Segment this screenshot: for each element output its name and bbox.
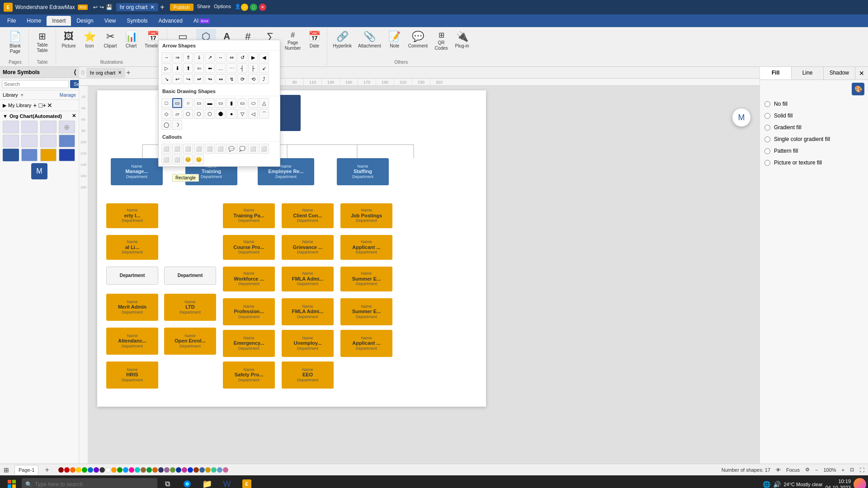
basic-rounded[interactable]: ▭ xyxy=(194,98,204,108)
color-darkblue[interactable] xyxy=(176,467,181,473)
l2-profession[interactable]: Name Profession... Department xyxy=(223,298,275,325)
basic-rect-3[interactable]: ▭ xyxy=(216,98,226,108)
fit-page-button[interactable]: ⊡ xyxy=(850,467,854,473)
arrow-shape-20[interactable]: ↙ xyxy=(259,63,269,73)
user-avatar[interactable] xyxy=(854,478,866,488)
shape-thumb-12[interactable] xyxy=(59,149,75,161)
arrow-shape-21[interactable]: ↘ xyxy=(161,74,171,84)
settings-icon[interactable]: ⚙ xyxy=(805,467,810,473)
basic-rect-1[interactable]: □ xyxy=(161,98,171,108)
solid-fill-option[interactable]: Solid fill xyxy=(760,110,868,122)
taskbar-time[interactable]: 10:19 04-10-2023 xyxy=(826,478,851,488)
gradient-fill-option[interactable]: Gradient fill xyxy=(760,122,868,133)
pattern-fill-radio[interactable] xyxy=(764,148,770,154)
color-darkred[interactable] xyxy=(58,467,64,473)
l2-unemploy[interactable]: Name FMLA Admi... Department xyxy=(282,298,334,325)
l2-merit[interactable]: Name Merit Admin Department xyxy=(106,294,158,321)
arrow-shape-27[interactable]: ↯ xyxy=(226,74,236,84)
new-tab-button[interactable]: + xyxy=(160,3,164,11)
right-panel-close[interactable]: ✕ xyxy=(855,67,868,80)
arrow-shape-4[interactable]: ⇓ xyxy=(194,52,204,62)
basic-triangle2[interactable]: ▽ xyxy=(237,109,247,119)
tab-view[interactable]: View xyxy=(99,16,122,26)
color-rose[interactable] xyxy=(223,467,228,473)
shape-thumb-2[interactable] xyxy=(21,121,38,133)
color-yellow[interactable] xyxy=(76,467,81,473)
canvas-paper[interactable]: Name tor of Human Resources Department N… xyxy=(97,90,486,407)
arrow-shape-11[interactable]: ▷ xyxy=(161,63,171,73)
options-button[interactable]: Options xyxy=(214,4,231,11)
callout-5[interactable]: ⬜ xyxy=(205,144,215,154)
color-gold[interactable] xyxy=(205,467,211,473)
l2-applicant3[interactable]: Name Applicant ... Department xyxy=(340,330,392,357)
l2-grievance[interactable]: Name Grievance ... Department xyxy=(282,235,334,260)
delete-library-button[interactable]: ✕ xyxy=(47,102,52,109)
callout-10[interactable]: ⬜ xyxy=(259,144,269,154)
callout-4[interactable]: ⬜ xyxy=(194,144,204,154)
chart-button[interactable]: 📊 Chart xyxy=(121,29,141,51)
basic-triangle3[interactable]: ◁ xyxy=(248,109,258,119)
callout-9[interactable]: ⬜ xyxy=(248,144,258,154)
canvas-action-button[interactable]: M xyxy=(732,108,750,127)
tab-design[interactable]: Design xyxy=(71,16,99,26)
zoom-in-button[interactable]: + xyxy=(842,467,844,473)
arrow-shape-23[interactable]: ↪ xyxy=(183,74,193,84)
file-tab-close[interactable]: ✕ xyxy=(150,4,155,10)
basic-rect-2[interactable]: ▭ xyxy=(172,98,182,108)
plugin-button[interactable]: 🔌 Plug-in xyxy=(452,29,472,51)
l2-eeo[interactable]: Name EEO Department xyxy=(282,361,334,389)
file-tab[interactable]: hr org chart ✕ xyxy=(116,3,158,11)
color-darkorange[interactable] xyxy=(152,467,158,473)
callout-smile2[interactable]: 😊 xyxy=(194,155,204,164)
l2-open-enrol[interactable]: Name Open Enrol... Department xyxy=(164,328,216,355)
picture-fill-option[interactable]: Picture or texture fill xyxy=(760,157,868,169)
network-icon[interactable]: 🌐 xyxy=(763,481,770,488)
line-tab[interactable]: Line xyxy=(792,67,823,80)
arrow-shape-16[interactable]: … xyxy=(216,63,226,73)
minimize-button[interactable]: − xyxy=(241,4,248,11)
l2-unemploy2[interactable]: Name Unemploy... Department xyxy=(282,330,334,357)
arrow-shape-7[interactable]: ⇔ xyxy=(226,52,236,62)
shadow-tab[interactable]: Shadow xyxy=(824,67,855,80)
l2-ltd[interactable]: Name LTD Department xyxy=(164,294,216,321)
icon-button[interactable]: ⭐ Icon xyxy=(80,29,99,51)
dept-box-1[interactable]: Department xyxy=(106,267,158,285)
l2-applicant2[interactable]: Name Summer E... Department xyxy=(340,298,392,325)
color-periwinkle[interactable] xyxy=(217,467,222,473)
tab-ai[interactable]: AI Beta xyxy=(188,16,215,26)
manage-button[interactable]: Manage xyxy=(60,93,76,98)
edrawmax-taskbar-icon[interactable]: E xyxy=(237,475,257,488)
callout-11[interactable]: ⬜ xyxy=(161,155,171,164)
basic-diamond[interactable]: ◇ xyxy=(161,109,171,119)
account-avatar[interactable]: 👤 xyxy=(235,4,241,11)
arrow-shape-18[interactable]: ┤ xyxy=(237,63,247,73)
arrow-shape-24[interactable]: ↫ xyxy=(194,74,204,84)
color-blue[interactable] xyxy=(88,467,93,473)
basic-rect-wide[interactable]: ▬ xyxy=(205,98,215,108)
shape-thumb-11[interactable] xyxy=(40,149,57,161)
edge-browser-icon[interactable] xyxy=(177,475,197,488)
shape-thumb-1[interactable] xyxy=(3,121,19,133)
undo-button[interactable]: ↩ xyxy=(93,4,98,10)
l2-workforce[interactable]: Name Workforce ... Department xyxy=(223,267,275,291)
shape-thumb-3[interactable] xyxy=(40,121,57,133)
callout-6[interactable]: ⬜ xyxy=(216,144,226,154)
arrow-shape-19[interactable]: ├ xyxy=(248,63,258,73)
l2-course-pro[interactable]: Name Course Pro... Department xyxy=(223,235,275,260)
save-button[interactable]: 💾 xyxy=(106,4,113,10)
sidebar-collapse-button[interactable]: ⟨ xyxy=(74,69,76,76)
arrow-shape-15[interactable]: ⬅ xyxy=(205,63,215,73)
fill-color-button[interactable]: 🎨 xyxy=(852,83,864,95)
no-fill-option[interactable]: No fill xyxy=(760,98,868,110)
nav-right-icon[interactable]: ⟩ xyxy=(83,70,85,75)
arrow-shape-14[interactable]: ⇦ xyxy=(194,63,204,73)
l2-emergency[interactable]: Name Emergency... Department xyxy=(223,330,275,357)
basic-circle[interactable]: ○ xyxy=(183,98,193,108)
close-button[interactable]: ✕ xyxy=(259,4,266,11)
l2-summer-e[interactable]: Name Summer E... Department xyxy=(340,267,392,291)
basic-rect-tall[interactable]: ▮ xyxy=(226,98,236,108)
color-green2[interactable] xyxy=(117,467,123,473)
l2-hris[interactable]: Name HRIS Department xyxy=(106,361,158,389)
color-royalblue[interactable] xyxy=(188,467,193,473)
color-orange2[interactable] xyxy=(111,467,117,473)
